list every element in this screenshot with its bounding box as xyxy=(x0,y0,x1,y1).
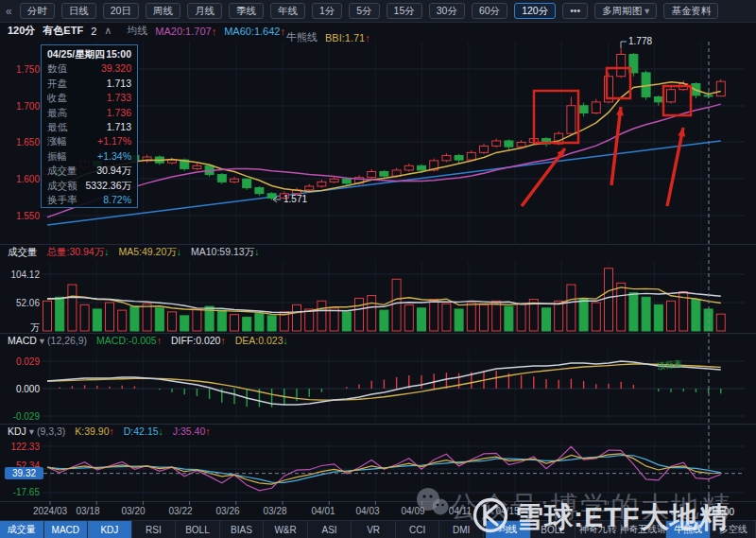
tooltip-value: 39.320 xyxy=(101,61,131,76)
kdj-axis-bottom: -17.65 xyxy=(2,487,40,497)
indicator-tab-ASI[interactable]: ASI xyxy=(308,521,352,538)
period-button-日线[interactable]: 日线 xyxy=(61,3,96,19)
kdj-pane-header: KDJ ▾ (9,3,3) K:39.90↑ D:42.15↓ J:35.40↑ xyxy=(8,425,211,437)
indicator-tab-MACD[interactable]: MACD xyxy=(44,521,89,538)
indicator-tab-W&R[interactable]: W&R xyxy=(264,521,308,538)
caret-down-icon: ▾ xyxy=(644,5,649,16)
period-button-周线[interactable]: 周线 xyxy=(146,3,180,19)
stock-trading-app: « 分时日线20日周线月线季线年线1分5分15分30分60分120分 ••• 多… xyxy=(0,0,756,538)
price-axis-label: 1.700 xyxy=(2,101,40,112)
macd-axis-label: 0.000 xyxy=(2,384,40,394)
ma20-value: MA20:1.707↑ xyxy=(155,26,216,37)
symbol-count: 2 xyxy=(91,26,96,37)
indicator-tab-BIAS[interactable]: BIAS xyxy=(220,521,265,538)
x-axis-label: 03/20 xyxy=(121,506,145,516)
indicator-tab-RSI[interactable]: RSI xyxy=(132,521,177,538)
x-axis-label: 03/28 xyxy=(263,506,286,516)
caret-down-icon: ▾ xyxy=(40,335,44,346)
period-button-120分[interactable]: 120分 xyxy=(514,3,556,19)
tooltip-time: 15:00 xyxy=(106,47,131,61)
x-axis-label: 2024/03 xyxy=(33,506,67,516)
period-button-5分[interactable]: 5分 xyxy=(349,3,379,19)
up-arrow-icon: ↑ xyxy=(280,26,285,37)
tooltip-label: 最高 xyxy=(47,106,67,120)
macd-value: MACD:-0.005↑ xyxy=(96,335,162,346)
tooltip-value: 30.94万 xyxy=(96,164,131,178)
tooltip-row: 数值39.320 xyxy=(47,61,131,76)
period-button-季线[interactable]: 季线 xyxy=(229,3,264,19)
volume-pane-header: 成交量 总量:30.94万↓ MA5:49.20万↓ MA10:59.13万↓ xyxy=(8,246,259,259)
multi-period-label: 多周期图 xyxy=(602,5,642,16)
kdj-title[interactable]: KDJ ▾ (9,3,3) xyxy=(8,425,65,437)
down-arrow-icon: ↓ xyxy=(104,246,109,257)
tooltip-value: 1.713 xyxy=(107,120,131,134)
up-arrow-icon: ↑ xyxy=(205,425,210,437)
up-arrow-icon: ↑ xyxy=(110,425,114,437)
kdj-j-value: J:35.40↑ xyxy=(173,425,211,437)
x-axis-label: 04/01 xyxy=(311,506,335,516)
macd-title[interactable]: MACD ▾ (12,26,9) xyxy=(8,335,87,346)
indicator-tabs: 成交量MACDKDJRSIBOLLBIASW&RASIVRCCIDMI xyxy=(0,521,484,538)
tooltip-row: 开盘1.713 xyxy=(47,77,131,91)
bull-bear-info: 牛熊线 BBI:1.71↑ xyxy=(286,30,370,44)
up-arrow-icon: ↑ xyxy=(365,32,370,43)
bbi-value: BBI:1.71↑ xyxy=(325,32,370,43)
volume-axis-label: 52.06 xyxy=(2,298,40,308)
volume-ma10: MA10:59.13万↓ xyxy=(191,246,259,259)
period-button-20日[interactable]: 20日 xyxy=(103,3,139,19)
indicator-tab-BOLL[interactable]: BOLL xyxy=(176,521,220,538)
back-icon[interactable]: « xyxy=(6,5,12,18)
tooltip-value: 1.733 xyxy=(107,91,131,105)
up-arrow-icon: ↑ xyxy=(220,335,225,346)
collapse-icon[interactable]: ∧ xyxy=(104,25,112,37)
more-periods-button[interactable]: ••• xyxy=(562,3,588,19)
period-button-60分[interactable]: 60分 xyxy=(472,3,507,19)
fund-info-button[interactable]: 基金资料 xyxy=(663,3,718,19)
multi-period-button[interactable]: 多周期图 ▾ xyxy=(594,3,657,19)
indicator-tab-CCI[interactable]: CCI xyxy=(396,521,440,538)
macd-axis-label: 0.029 xyxy=(2,356,40,367)
volume-total: 总量:30.94万↓ xyxy=(47,246,110,259)
tooltip-label: 成交量 xyxy=(47,164,77,178)
tooltip-label: 开盘 xyxy=(47,77,67,91)
x-axis-label: 04/03 xyxy=(355,506,379,516)
crosshair-tooltip: 04/25/星期四 15:00 数值39.320开盘1.713收盘1.733最高… xyxy=(41,44,138,208)
kdj-d-value: D:42.15↓ xyxy=(124,425,163,437)
period-buttons: 分时日线20日周线月线季线年线1分5分15分30分60分120分 xyxy=(20,3,556,19)
tooltip-row: 换手率8.72% xyxy=(47,193,131,207)
indicator-tab-成交量[interactable]: 成交量 xyxy=(0,521,44,538)
tooltip-row: 成交额5332.36万 xyxy=(47,179,131,193)
tooltip-row: 涨幅+1.17% xyxy=(47,134,131,148)
down-arrow-icon: ↓ xyxy=(284,335,288,346)
price-axis-label: 1.550 xyxy=(2,211,40,221)
tooltip-label: 涨幅 xyxy=(47,134,67,148)
period-button-30分[interactable]: 30分 xyxy=(429,3,465,19)
period-button-1分[interactable]: 1分 xyxy=(312,3,342,19)
symbol-name: 有色ETF xyxy=(43,24,83,38)
down-arrow-icon: ↓ xyxy=(254,246,259,257)
period-button-月线[interactable]: 月线 xyxy=(187,3,222,19)
price-axis-label: 1.650 xyxy=(2,137,40,148)
x-axis-label: 03/26 xyxy=(215,506,239,516)
kdj-crosshair-badge: 39.32 xyxy=(5,467,43,479)
period-button-15分[interactable]: 15分 xyxy=(387,3,422,19)
up-arrow-icon: ↑ xyxy=(212,26,217,37)
period-button-年线[interactable]: 年线 xyxy=(270,3,305,19)
indicator-tab-KDJ[interactable]: KDJ xyxy=(88,521,132,538)
tooltip-row: 收盘1.733 xyxy=(47,91,131,105)
up-arrow-icon: ↑ xyxy=(157,335,162,346)
tooltip-value: 1.713 xyxy=(107,77,131,91)
period-button-分时[interactable]: 分时 xyxy=(20,3,55,19)
tooltip-row: 最低1.713 xyxy=(47,120,131,134)
down-arrow-icon: ↓ xyxy=(159,425,163,437)
tooltip-label: 成交额 xyxy=(47,179,77,193)
tooltip-label: 换手率 xyxy=(47,193,77,207)
tooltip-label: 振幅 xyxy=(47,149,67,164)
kdj-k-value: K:39.90↑ xyxy=(75,425,113,437)
low-price-annotation: 1.571 xyxy=(284,194,307,204)
price-axis-label: 1.750 xyxy=(2,64,40,75)
dea-value: DEA:0.023↓ xyxy=(235,335,288,346)
xueqiu-logo-icon xyxy=(471,495,510,535)
indicator-tab-VR[interactable]: VR xyxy=(352,521,396,538)
xueqiu-watermark: 雪球:ETF大地精 xyxy=(515,498,729,537)
